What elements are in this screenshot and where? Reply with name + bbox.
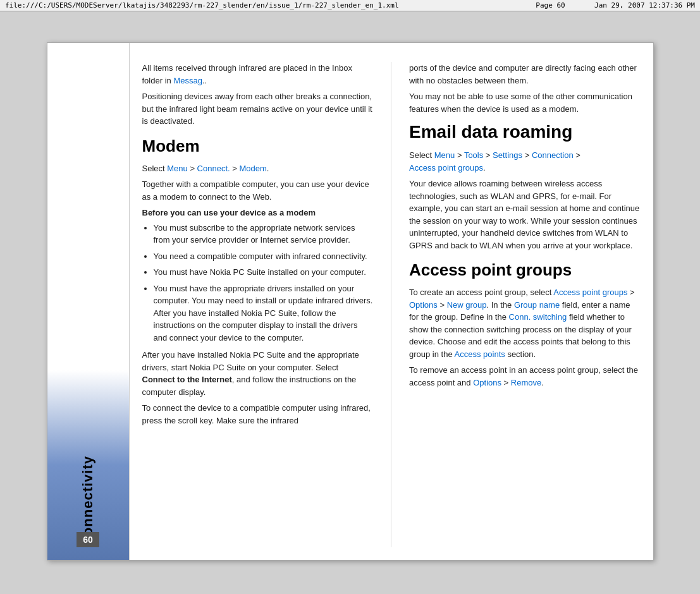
email-settings-link[interactable]: Settings xyxy=(493,150,522,160)
apg-conn-switching-link[interactable]: Conn. switching xyxy=(509,312,567,322)
apg-remove-link[interactable]: Remove xyxy=(511,378,541,387)
page-container: Connectivity 60 All items received throu… xyxy=(47,42,654,561)
apg-group-name-link[interactable]: Group name xyxy=(514,300,560,310)
top-bar: file:///C:/USERS/MODEServer/lkatajis/348… xyxy=(0,0,700,11)
email-desc: Your device allows roaming between wirel… xyxy=(409,178,641,252)
ports-para: ports of the device and computer are dir… xyxy=(409,62,641,87)
modem-select-line: Select Menu > Connect. > Modem. xyxy=(142,162,374,175)
before-title: Before you can use your device as a mode… xyxy=(142,207,374,219)
intro-paragraph-2: Positioning devices away from each other… xyxy=(142,90,374,128)
connect-internet-text: Connect to the Internet xyxy=(142,375,232,384)
page-date-info: Page 60 Jan 29, 2007 12:37:36 PM xyxy=(536,1,695,9)
email-select-line: Select Menu > Tools > Settings > Connect… xyxy=(409,149,641,174)
sidebar: Connectivity 60 xyxy=(47,43,130,560)
after-install-para: After you have installed Nokia PC Suite … xyxy=(142,349,374,398)
apg-desc-para: To create an access point group, select … xyxy=(409,286,641,360)
modem-menu-link[interactable]: Menu xyxy=(167,164,188,173)
apg-section-title: Access point groups xyxy=(409,258,641,282)
page-number: 60 xyxy=(77,532,99,547)
bottom-para: To connect the device to a compatible co… xyxy=(142,402,374,427)
apg-new-group-link[interactable]: New group xyxy=(447,300,487,310)
intro-paragraph-1: All items received through infrared are … xyxy=(142,62,374,87)
apg-link1[interactable]: Access point groups xyxy=(553,288,627,297)
file-path: file:///C:/USERS/MODEServer/lkatajis/348… xyxy=(5,1,399,9)
list-item: You need a compatible computer with infr… xyxy=(154,250,374,263)
modem-desc: Together with a compatible computer, you… xyxy=(142,178,374,203)
apg-access-points-link[interactable]: Access points xyxy=(455,349,505,359)
column-divider xyxy=(391,62,391,547)
apg-options2-link[interactable]: Options xyxy=(473,378,501,387)
apg-options-link[interactable]: Options xyxy=(409,300,438,310)
apg-remove-para: To remove an access point in an access p… xyxy=(409,364,641,389)
modem-section-title: Modem xyxy=(142,134,374,159)
modem-modem-link[interactable]: Modem xyxy=(239,164,266,173)
messag-link[interactable]: Messag xyxy=(173,76,202,85)
list-item: You must have the appropriate drivers in… xyxy=(154,282,374,344)
may-not-para: You may not be able to use some of the o… xyxy=(409,90,641,115)
email-section-title: Email data roaming xyxy=(409,119,641,145)
list-item: You must subscribe to the appropriate ne… xyxy=(154,222,374,246)
email-tools-link[interactable]: Tools xyxy=(464,150,483,160)
page-wrapper: Connectivity 60 All items received throu… xyxy=(0,11,700,591)
email-menu-link[interactable]: Menu xyxy=(434,150,455,160)
email-access-groups-link[interactable]: Access point groups xyxy=(409,163,483,173)
content-area: All items received through infrared are … xyxy=(130,43,653,560)
modem-connect-link[interactable]: Connect. xyxy=(197,164,230,173)
modem-requirements-list: You must subscribe to the appropriate ne… xyxy=(154,222,374,344)
email-connection-link[interactable]: Connection xyxy=(532,150,574,160)
list-item: You must have Nokia PC Suite installed o… xyxy=(154,266,374,279)
left-column: All items received through infrared are … xyxy=(142,62,374,547)
right-column: ports of the device and computer are dir… xyxy=(409,62,641,547)
